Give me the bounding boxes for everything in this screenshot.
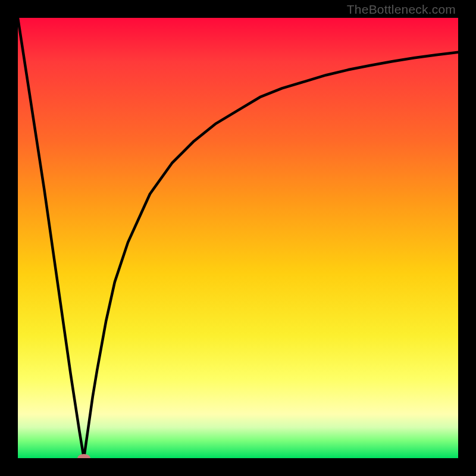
plot-area [18, 18, 458, 458]
optimum-marker [77, 454, 90, 458]
bottleneck-curve [18, 18, 458, 458]
watermark-text: TheBottleneck.com [347, 2, 456, 17]
curve-svg [18, 18, 458, 458]
chart-frame: TheBottleneck.com [0, 0, 476, 476]
